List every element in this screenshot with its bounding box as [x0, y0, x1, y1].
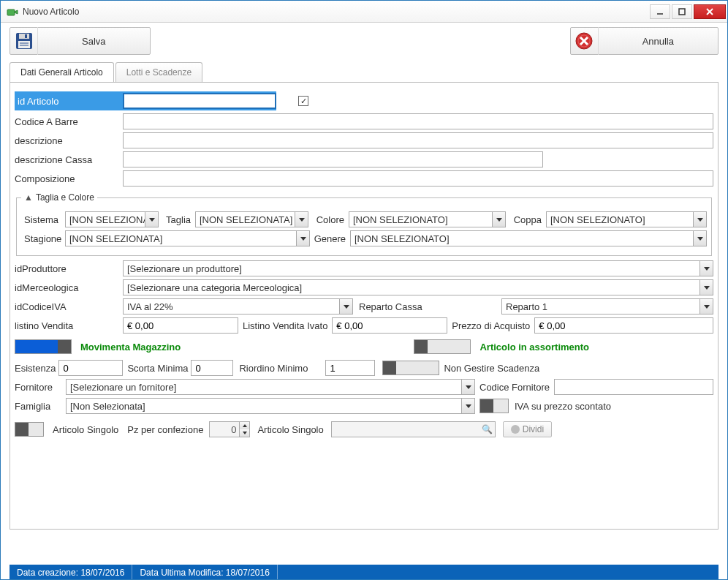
- coppa-select[interactable]: [NON SELEZIONATO]: [546, 211, 707, 227]
- reparto-cassa-select[interactable]: Reparto 1: [501, 298, 713, 315]
- pz-confezione-label: Pz per confezione: [127, 424, 209, 435]
- save-label: Salva: [38, 36, 150, 47]
- coppa-label: Coppa: [506, 214, 546, 225]
- save-icon: [10, 27, 38, 55]
- descrizione-cassa-label: descrizione Cassa: [15, 154, 123, 165]
- dividi-icon: [511, 425, 520, 434]
- fornitore-label: Fornitore: [15, 382, 66, 393]
- codice-barre-input[interactable]: [123, 113, 713, 129]
- svg-rect-0: [7, 10, 15, 15]
- riordino-minimo-label: Riordino Minimo: [233, 363, 311, 374]
- collapse-icon[interactable]: ▲: [24, 192, 33, 203]
- articolo-assortimento-label: Articolo in assortimento: [479, 342, 589, 353]
- genere-select[interactable]: [NON SELEZIONATO]: [350, 230, 707, 246]
- riordino-minimo-input[interactable]: [325, 360, 375, 376]
- id-merceologica-label: idMerceologica: [15, 282, 123, 293]
- tab-content: id Articolo Attiva Autocompletamento Cod…: [10, 82, 718, 530]
- pz-confezione-spinner[interactable]: [209, 421, 250, 437]
- svg-rect-8: [18, 41, 30, 48]
- movimenta-magazzino-label: Movimenta Magazzino: [80, 342, 181, 353]
- row-id-articolo: id Articolo Attiva Autocompletamento: [15, 91, 713, 110]
- famiglia-label: Famiglia: [15, 401, 66, 412]
- taglia-colore-group: ▲Taglia e Colore Sistema [NON SELEZIONAT…: [16, 192, 712, 256]
- colore-label: Colore: [308, 214, 349, 225]
- composizione-label: Composizione: [15, 173, 123, 184]
- status-modifica: Data Ultima Modifica: 18/07/2016: [132, 565, 277, 580]
- svg-rect-7: [25, 34, 27, 38]
- app-icon: [7, 6, 18, 18]
- listino-vendita-label: listino Vendita: [15, 320, 123, 331]
- attiva-autocomplete-checkbox[interactable]: [298, 96, 308, 106]
- colore-select[interactable]: [NON SELEZIONATO]: [349, 211, 506, 227]
- articolo-singolo-label: Articolo Singolo: [44, 424, 127, 435]
- prezzo-acquisto-label: Prezzo di Acquisto: [447, 320, 534, 331]
- status-bar: Data creazione: 18/07/2016 Data Ultima M…: [10, 565, 718, 580]
- codice-barre-label: Codice A Barre: [15, 116, 123, 127]
- status-creazione: Data creazione: 18/07/2016: [10, 565, 132, 580]
- codice-fornitore-input[interactable]: [554, 379, 713, 395]
- cancel-icon: [571, 27, 599, 55]
- articolo-singolo2-label: Articolo Singolo: [250, 424, 330, 435]
- non-gestire-scadenza-label: Non Gestire Scadenza: [439, 363, 539, 374]
- descrizione-cassa-input[interactable]: [123, 151, 543, 167]
- cancel-label: Annulla: [599, 36, 718, 47]
- cancel-button[interactable]: Annulla: [570, 27, 718, 55]
- id-articolo-input[interactable]: [123, 93, 276, 109]
- svg-rect-2: [679, 9, 685, 15]
- id-produttore-select[interactable]: [Selezionare un produttore]: [123, 260, 713, 276]
- main-toolbar: Salva Annulla: [1, 23, 727, 58]
- tab-lotti-scadenze[interactable]: Lotti e Scadenze: [115, 62, 202, 82]
- listino-vendita-ivato-label: Listino Vendita Ivato: [238, 320, 332, 331]
- search-box[interactable]: 🔍: [331, 421, 496, 437]
- sistema-select[interactable]: [NON SELEZIONATO]: [65, 211, 159, 227]
- articolo-assortimento-toggle[interactable]: [414, 339, 471, 354]
- composizione-input[interactable]: [123, 170, 713, 187]
- listino-vendita-input[interactable]: [123, 317, 238, 334]
- svg-rect-6: [19, 34, 29, 39]
- esistenza-input[interactable]: [58, 360, 123, 376]
- attiva-autocomplete-label: Attiva Autocompletamento: [312, 95, 431, 107]
- maximize-button[interactable]: [672, 4, 692, 19]
- tab-bar: Dati Generali Articolo Lotti e Scadenze: [10, 62, 718, 82]
- taglia-label: Taglia: [159, 214, 195, 225]
- titlebar: Nuovo Articolo: [1, 1, 727, 23]
- taglia-select[interactable]: [NON SELEZIONATA]: [195, 211, 308, 227]
- scorta-minima-label: Scorta Minima: [123, 363, 191, 374]
- iva-prezzo-scontato-toggle[interactable]: [479, 399, 509, 413]
- save-button[interactable]: Salva: [10, 27, 151, 55]
- fornitore-select[interactable]: [Selezionare un fornitore]: [66, 379, 475, 395]
- descrizione-input[interactable]: [123, 132, 713, 148]
- id-articolo-label: id Articolo: [15, 93, 123, 110]
- iva-prezzo-scontato-label: IVA su prezzo scontato: [509, 401, 611, 412]
- id-produttore-label: idProduttore: [15, 263, 123, 274]
- minimize-button[interactable]: [650, 4, 670, 19]
- id-merceologica-select[interactable]: [Selezionare una categoria Merceologica]: [123, 279, 713, 295]
- genere-label: Genere: [310, 233, 350, 244]
- window-title: Nuovo Articolo: [23, 7, 648, 17]
- codice-fornitore-label: Codice Fornitore: [475, 382, 554, 393]
- articolo-singolo-toggle[interactable]: [15, 422, 44, 437]
- non-gestire-scadenza-toggle[interactable]: [382, 361, 439, 375]
- prezzo-acquisto-input[interactable]: [534, 317, 713, 334]
- dividi-button[interactable]: Dividi: [503, 421, 552, 437]
- esistenza-label: Esistenza: [15, 363, 58, 374]
- scorta-minima-input[interactable]: [191, 360, 233, 376]
- search-icon: 🔍: [480, 424, 495, 434]
- descrizione-label: descrizione: [15, 135, 123, 146]
- sistema-label: Sistema: [21, 214, 65, 225]
- listino-vendita-ivato-input[interactable]: [332, 317, 447, 334]
- spin-up-icon[interactable]: [240, 422, 249, 429]
- stagione-select[interactable]: [NON SELEZIONATA]: [65, 230, 310, 246]
- stagione-label: Stagione: [21, 233, 65, 244]
- close-button[interactable]: [694, 4, 726, 19]
- movimenta-magazzino-toggle[interactable]: [15, 339, 72, 354]
- famiglia-select[interactable]: [Non Selezionata]: [66, 398, 475, 414]
- id-codice-iva-label: idCodiceIVA: [15, 301, 123, 312]
- tab-dati-generali[interactable]: Dati Generali Articolo: [10, 62, 114, 82]
- reparto-cassa-label: Reparto Cassa: [353, 301, 428, 312]
- id-codice-iva-select[interactable]: IVA al 22%: [123, 298, 353, 315]
- spin-down-icon[interactable]: [240, 429, 249, 437]
